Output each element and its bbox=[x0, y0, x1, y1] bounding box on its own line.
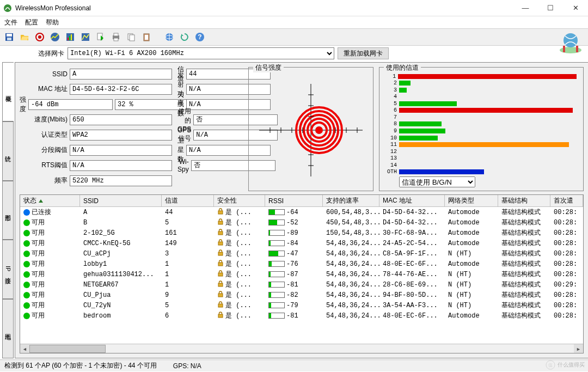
cell-rates: 54,48,36,24... bbox=[323, 271, 379, 278]
tab-summary[interactable]: 概要 bbox=[2, 62, 14, 121]
grid-body[interactable]: 已连接A44是 (...-64600,54,48,3...D4-5D-64-32… bbox=[20, 207, 583, 344]
menu-help[interactable]: 帮助 bbox=[46, 18, 59, 27]
corner-logo-icon bbox=[559, 31, 583, 54]
channel-bar-row: 3 bbox=[384, 87, 577, 93]
svg-rect-50 bbox=[218, 221, 223, 224]
channel-bar bbox=[398, 74, 577, 79]
copy-icon[interactable] bbox=[124, 30, 138, 44]
cell-status: 可用 bbox=[32, 301, 45, 310]
col-ssid[interactable]: SSID bbox=[80, 195, 162, 206]
channel-bar bbox=[399, 101, 457, 106]
chart-icon[interactable] bbox=[48, 30, 62, 44]
tab-ip-conn[interactable]: IP 连接 bbox=[2, 240, 14, 299]
svg-rect-27 bbox=[563, 46, 565, 52]
cell-channel: 5 bbox=[162, 219, 214, 227]
svg-rect-28 bbox=[576, 46, 578, 52]
maximize-button[interactable]: ☐ bbox=[538, 0, 563, 16]
table-row[interactable]: 可用NETGEAR671是 (...-8154,48,36,24...28-C6… bbox=[20, 279, 583, 290]
cell-rates: 54,48,36,24... bbox=[323, 291, 379, 299]
scroll-right-icon[interactable]: ► bbox=[574, 344, 583, 353]
status-ap-count: 检测到 61 个AP (60 个加密 - 1 个未加密) - 44 个可用 bbox=[4, 361, 157, 370]
target-icon[interactable] bbox=[33, 30, 47, 44]
cell-status: 可用 bbox=[32, 249, 45, 258]
cell-infra: 基础结构模式 bbox=[498, 239, 550, 248]
col-rates[interactable]: 支持的速率 bbox=[323, 195, 379, 206]
globe-icon[interactable] bbox=[162, 30, 176, 44]
clipboard-icon[interactable] bbox=[139, 30, 154, 44]
svg-rect-55 bbox=[218, 273, 223, 276]
scroll-left-icon[interactable]: ◄ bbox=[20, 344, 29, 353]
channel-bar-row: 5 bbox=[384, 100, 577, 107]
channel-usage-select[interactable]: 信道使用 B/G/N bbox=[399, 176, 475, 187]
table-row[interactable]: 可用gehua0311130412...1是 (...-8754,48,36,2… bbox=[20, 269, 583, 279]
print-icon[interactable] bbox=[109, 30, 123, 44]
tab-map[interactable]: 地图 bbox=[2, 299, 14, 358]
table-row[interactable]: 可用B5是 (...-52450,54,48,3...D4-5D-64-32..… bbox=[20, 217, 583, 228]
cell-ssid: CU_72yN bbox=[80, 302, 162, 309]
col-channel[interactable]: 信道 bbox=[162, 195, 214, 206]
cell-status: 可用 bbox=[32, 311, 45, 320]
svg-rect-53 bbox=[218, 252, 223, 255]
table-row[interactable]: 可用lobby11是 (...-7654,48,36,24...48-0E-EC… bbox=[20, 259, 583, 269]
cell-nettype: N (HT) bbox=[445, 291, 498, 299]
grid-hscroll[interactable]: ◄ ► bbox=[20, 344, 583, 353]
cell-nettype: N (HT) bbox=[445, 281, 498, 289]
table-row[interactable]: 可用CMCC-KnEQ-5G149是 (...-8454,48,36,24...… bbox=[20, 238, 583, 248]
cell-first: 00:28: bbox=[550, 240, 583, 247]
reload-adapter-button[interactable]: 重新加载网卡 bbox=[338, 47, 389, 59]
col-status[interactable]: 状态 bbox=[20, 195, 80, 206]
close-button[interactable]: ✕ bbox=[563, 0, 588, 16]
col-mac[interactable]: MAC 地址 bbox=[379, 195, 445, 206]
channel-bar-row: 9 bbox=[384, 128, 577, 135]
cell-nettype: Automode bbox=[445, 312, 498, 320]
minimize-button[interactable]: — bbox=[513, 0, 538, 16]
scroll-thumb[interactable] bbox=[29, 345, 106, 353]
help-icon[interactable]: ? bbox=[193, 30, 207, 44]
graph1-icon[interactable] bbox=[63, 30, 77, 44]
fields-right: 信道 发射功率 天线数 使用的GPS GPS信号 卫星数 Wi-Spy bbox=[177, 67, 243, 191]
table-row[interactable]: 已连接A44是 (...-64600,54,48,3...D4-5D-64-32… bbox=[20, 207, 583, 217]
channel-bar bbox=[399, 81, 411, 86]
channel-bar-row: 10 bbox=[384, 135, 577, 141]
lock-icon bbox=[217, 312, 224, 320]
tab-stats[interactable]: 统计 bbox=[2, 121, 14, 181]
adapter-select[interactable]: Intel(R) Wi-Fi 6 AX200 160MHz bbox=[68, 47, 334, 59]
export-icon[interactable] bbox=[94, 30, 108, 44]
tab-graph[interactable]: 图形 bbox=[2, 181, 14, 240]
table-row[interactable]: 可用bedroom6是 (...-8154,48,36,24...48-0E-E… bbox=[20, 310, 583, 321]
cell-rssi: -81 bbox=[286, 312, 298, 320]
col-infra[interactable]: 基础结构 bbox=[498, 195, 550, 206]
freq-field bbox=[70, 175, 172, 186]
toolbar: ? bbox=[0, 28, 588, 46]
cell-rssi: -89 bbox=[286, 229, 298, 237]
cell-security: 是 (... bbox=[225, 208, 252, 217]
channels-title: 使用的信道 bbox=[384, 63, 421, 72]
cell-status: 可用 bbox=[32, 218, 45, 227]
frag-field bbox=[70, 145, 172, 156]
cell-mac: 48-0E-EC-6F... bbox=[379, 312, 445, 320]
cell-nettype: Automode bbox=[445, 260, 498, 268]
side-tabs: 概要 统计 图形 IP 连接 地图 bbox=[2, 62, 14, 358]
col-rssi[interactable]: RSSI bbox=[265, 195, 323, 206]
channel-number: 1 bbox=[384, 74, 396, 80]
menu-file[interactable]: 文件 bbox=[4, 18, 17, 27]
table-row[interactable]: 可用2-102_5G161是 (...-89150,54,48,3...30-F… bbox=[20, 228, 583, 238]
col-security[interactable]: 安全性 bbox=[214, 195, 265, 206]
save-icon[interactable] bbox=[2, 30, 16, 44]
refresh-icon[interactable] bbox=[177, 30, 192, 44]
table-row[interactable]: 可用CU_Pjua9是 (...-8254,48,36,24...94-BF-8… bbox=[20, 290, 583, 300]
cell-ssid: lobby1 bbox=[80, 260, 162, 268]
cell-channel: 3 bbox=[162, 250, 214, 258]
col-first[interactable]: 首次遣 bbox=[550, 195, 583, 206]
table-row[interactable]: 可用CU_72yN5是 (...-7954,48,36,24...3A-54-A… bbox=[20, 300, 583, 310]
cell-infra: 基础结构模式 bbox=[498, 249, 550, 258]
open-icon[interactable] bbox=[17, 30, 32, 44]
cell-ssid: 2-102_5G bbox=[80, 229, 162, 237]
menu-config[interactable]: 配置 bbox=[25, 18, 38, 27]
signal-strength-title: 信号强度 bbox=[253, 63, 284, 72]
graph2-icon[interactable] bbox=[78, 30, 93, 44]
table-row[interactable]: 可用CU_aCPj3是 (...-4754,48,36,24...C8-5A-9… bbox=[20, 248, 583, 259]
col-nettype[interactable]: 网络类型 bbox=[445, 195, 498, 206]
ssid-label: SSID bbox=[20, 70, 68, 78]
cell-mac: 28-C6-8E-69... bbox=[379, 281, 445, 289]
